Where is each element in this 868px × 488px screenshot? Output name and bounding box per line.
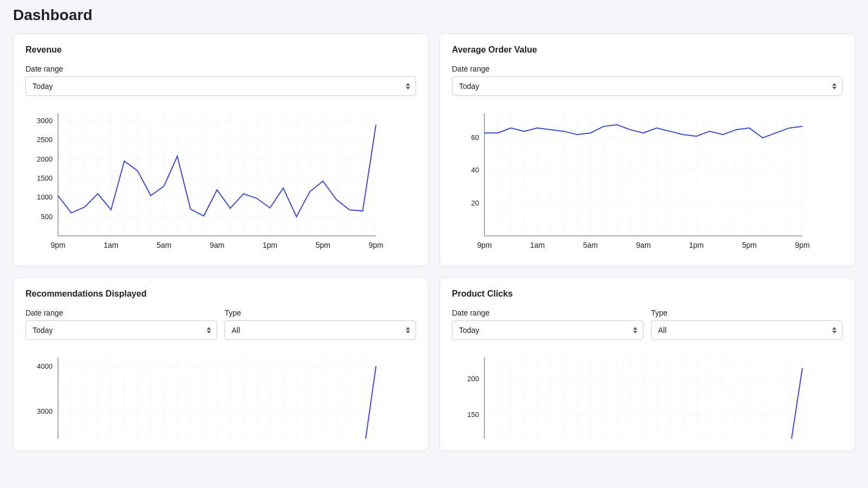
svg-text:9pm: 9pm xyxy=(795,241,809,249)
svg-text:1000: 1000 xyxy=(37,193,53,201)
chevron-updown-icon xyxy=(406,327,410,333)
card-revenue: Revenue Date range Today 500100015002000… xyxy=(13,34,429,267)
select-type-clicks[interactable]: All xyxy=(651,320,843,340)
chart-clicks: 1001502009pm1am5am9am1pm5pm9pm xyxy=(452,352,843,439)
select-date-range-aov[interactable]: Today xyxy=(452,76,843,96)
svg-text:9pm: 9pm xyxy=(50,241,65,249)
field-date-range: Date range Today xyxy=(25,65,416,96)
svg-text:500: 500 xyxy=(41,213,53,221)
svg-text:60: 60 xyxy=(471,133,479,142)
chart-revenue: 500100015002000250030009pm1am5am9am1pm5p… xyxy=(25,108,416,254)
svg-text:5pm: 5pm xyxy=(742,241,757,249)
svg-text:2500: 2500 xyxy=(37,136,53,144)
chart-recs: 2000300040009pm1am5am9am1pm5pm9pm xyxy=(25,352,416,439)
card-recs: Recommendations Displayed Date range Tod… xyxy=(13,278,429,451)
card-clicks-title: Product Clicks xyxy=(452,289,843,299)
chart-aov: 2040609pm1am5am9am1pm5pm9pm xyxy=(452,108,843,254)
svg-text:1500: 1500 xyxy=(37,174,53,182)
svg-text:1am: 1am xyxy=(530,241,545,249)
svg-text:3000: 3000 xyxy=(37,117,53,125)
svg-text:3000: 3000 xyxy=(37,407,53,415)
card-aov-title: Average Order Value xyxy=(452,45,843,55)
svg-text:1pm: 1pm xyxy=(263,241,277,249)
svg-text:5am: 5am xyxy=(583,241,598,249)
chevron-updown-icon xyxy=(207,327,211,333)
chevron-updown-icon xyxy=(832,83,837,89)
select-value: All xyxy=(658,326,667,335)
card-recs-title: Recommendations Displayed xyxy=(25,289,416,299)
label-date-range: Date range xyxy=(25,309,217,317)
svg-text:9pm: 9pm xyxy=(477,241,492,249)
svg-text:1am: 1am xyxy=(104,241,118,249)
field-date-range: Date range Today xyxy=(452,309,643,340)
card-clicks: Product Clicks Date range Today Type All xyxy=(439,278,855,451)
svg-text:2000: 2000 xyxy=(37,155,53,163)
chevron-updown-icon xyxy=(406,83,410,89)
page-title: Dashboard xyxy=(13,0,855,34)
select-date-range-clicks[interactable]: Today xyxy=(452,320,643,340)
svg-text:5pm: 5pm xyxy=(316,241,330,249)
svg-text:5am: 5am xyxy=(157,241,171,249)
svg-text:20: 20 xyxy=(471,199,479,207)
svg-text:4000: 4000 xyxy=(37,362,53,370)
svg-text:9pm: 9pm xyxy=(368,241,383,249)
select-value: All xyxy=(232,326,240,335)
field-type: Type All xyxy=(225,309,416,340)
select-value: Today xyxy=(459,326,479,335)
label-date-range: Date range xyxy=(452,65,843,73)
svg-text:9am: 9am xyxy=(636,241,650,249)
svg-text:150: 150 xyxy=(467,410,479,419)
select-date-range-recs[interactable]: Today xyxy=(25,320,217,340)
chevron-updown-icon xyxy=(633,327,637,333)
label-date-range: Date range xyxy=(25,65,416,73)
field-date-range: Date range Today xyxy=(25,309,217,340)
chevron-updown-icon xyxy=(832,327,837,333)
field-type: Type All xyxy=(651,309,843,340)
dashboard-grid: Revenue Date range Today 500100015002000… xyxy=(13,34,855,451)
select-value: Today xyxy=(33,82,53,91)
svg-text:200: 200 xyxy=(467,375,479,383)
label-date-range: Date range xyxy=(452,309,643,317)
card-revenue-title: Revenue xyxy=(25,45,416,55)
label-type: Type xyxy=(651,309,843,317)
select-value: Today xyxy=(33,326,53,335)
svg-text:1pm: 1pm xyxy=(689,241,704,249)
svg-text:40: 40 xyxy=(471,166,479,174)
select-value: Today xyxy=(459,82,479,91)
card-aov: Average Order Value Date range Today 204… xyxy=(439,34,855,267)
svg-text:9am: 9am xyxy=(209,241,224,249)
select-type-recs[interactable]: All xyxy=(225,320,416,340)
label-type: Type xyxy=(225,309,416,317)
field-date-range: Date range Today xyxy=(452,65,843,96)
select-date-range-revenue[interactable]: Today xyxy=(25,76,416,96)
